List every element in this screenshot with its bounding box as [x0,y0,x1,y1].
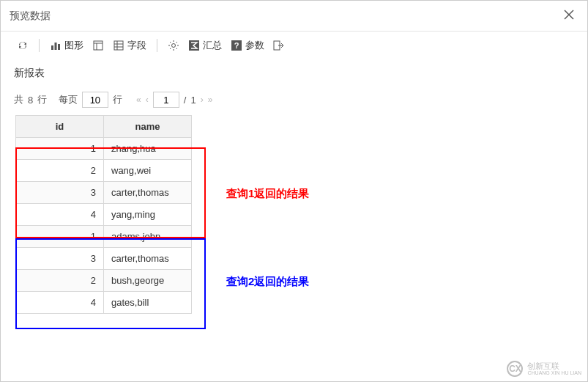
rows-suffix: 行 [113,93,122,106]
annotation-query1: 查询1返回的结果 [226,187,309,201]
total-pages: 1 [190,95,196,106]
table-row: 2wang,wei [16,160,192,182]
export-button[interactable] [270,38,288,53]
watermark: CX 创新互联 CHUANG XIN HU LIAN [507,361,581,377]
first-page-button[interactable]: « [136,95,141,105]
close-button[interactable] [559,7,578,25]
bar-chart-icon [50,40,62,51]
summary-button[interactable]: 汇总 [185,37,225,54]
prev-page-button[interactable]: ‹ [146,95,149,105]
cell-id: 1 [16,226,104,248]
cell-name: yang,ming [104,204,192,226]
chart-button[interactable]: 图形 [47,37,86,54]
window-title: 预览数据 [10,10,51,23]
total-suffix: 行 [37,93,47,106]
titlebar: 预览数据 [1,1,587,32]
cell-id: 1 [16,138,104,160]
cell-name: wang,wei [104,160,192,182]
total-count: 8 [28,95,33,106]
cell-id: 2 [16,160,104,182]
separator [39,39,40,52]
svg-point-12 [172,44,176,48]
close-icon [564,10,574,20]
refresh-icon [17,40,29,51]
sigma-icon [188,40,200,51]
next-page-button[interactable]: › [201,95,204,105]
table-header-row: id name [16,116,192,138]
svg-rect-3 [55,43,57,50]
header-name: name [104,116,192,138]
data-table: id name 1zhang,hua 2wang,wei 3carter,tho… [15,115,192,314]
summary-label: 汇总 [203,39,222,52]
annotation-query2: 查询2返回的结果 [226,275,309,289]
svg-text:?: ? [234,41,239,50]
question-icon: ? [231,40,242,51]
separator [157,39,157,52]
svg-rect-5 [94,41,103,50]
table-row: 4yang,ming [16,204,192,226]
header-id: id [16,116,104,138]
svg-rect-4 [58,44,60,50]
report-title: 新报表 [14,67,574,80]
cell-name: zhang,hua [104,138,192,160]
settings-button[interactable] [165,38,182,53]
table-row: 1zhang,hua [16,138,192,160]
chart-label: 图形 [64,39,83,52]
watermark-en: CHUANG XIN HU LIAN [527,370,581,376]
cell-name: bush,george [104,270,192,292]
current-page-input[interactable] [153,92,179,108]
toolbar: 图形 字段 汇总 ? 参数 [1,32,587,59]
fields-icon [113,40,124,51]
cell-name: adams,john [104,226,192,248]
table-row: 4gates,bill [16,292,192,314]
cell-name: carter,thomas [104,182,192,204]
fields-button[interactable]: 字段 [110,37,149,54]
table-row: 3carter,thomas [16,182,192,204]
svg-rect-2 [51,45,53,50]
table-row: 3carter,thomas [16,248,192,270]
svg-rect-8 [114,41,123,50]
params-label: 参数 [245,39,264,52]
cell-id: 2 [16,270,104,292]
cell-id: 4 [16,204,104,226]
cell-name: carter,thomas [104,248,192,270]
table-row: 1adams,john [16,226,192,248]
gear-icon [168,40,179,51]
cell-id: 3 [16,182,104,204]
page-sep: / [184,95,187,106]
cell-id: 3 [16,248,104,270]
total-prefix: 共 [14,93,23,106]
per-page-label: 每页 [59,93,78,106]
watermark-cn: 创新互联 [527,361,581,370]
params-button[interactable]: ? 参数 [228,37,267,54]
cell-name: gates,bill [104,292,192,314]
layout-button[interactable] [89,38,107,53]
fields-label: 字段 [127,39,146,52]
last-page-button[interactable]: » [208,95,213,105]
watermark-logo-icon: CX [507,361,523,377]
table-row: 2bush,george [16,270,192,292]
refresh-button[interactable] [14,38,31,53]
cell-id: 4 [16,292,104,314]
pager: 共 8 行 每页 行 « ‹ / 1 › » [14,92,574,108]
layout-icon [92,40,104,51]
export-icon [273,40,285,51]
page-size-input[interactable] [82,92,108,108]
